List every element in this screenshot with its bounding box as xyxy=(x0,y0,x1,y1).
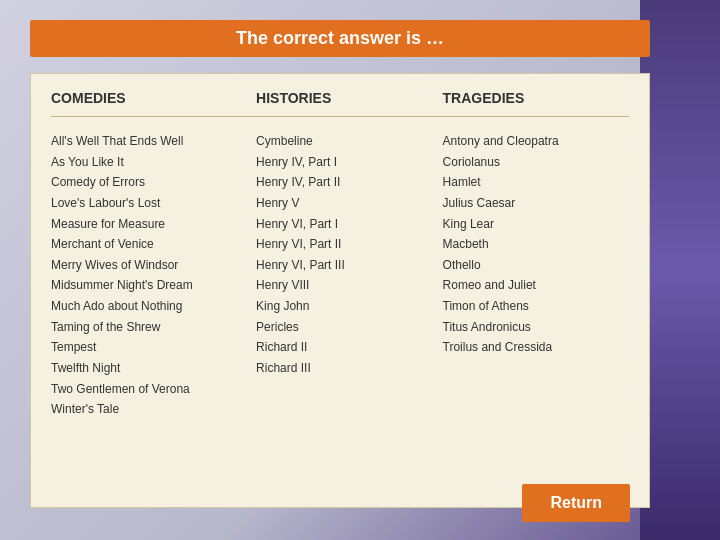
header-bar: The correct answer is … xyxy=(30,20,650,57)
list-item: Midsummer Night's Dream xyxy=(51,275,256,296)
list-item: Much Ado about Nothing xyxy=(51,296,256,317)
list-item: Othello xyxy=(443,255,629,276)
list-item: Henry V xyxy=(256,193,442,214)
list-item: Henry VIII xyxy=(256,275,442,296)
comedies-header: COMEDIES xyxy=(51,90,256,106)
list-item: King Lear xyxy=(443,214,629,235)
list-item: Tempest xyxy=(51,337,256,358)
list-item: Henry IV, Part I xyxy=(256,152,442,173)
list-item: Henry VI, Part III xyxy=(256,255,442,276)
list-item: Antony and Cleopatra xyxy=(443,131,629,152)
list-item: Coriolanus xyxy=(443,152,629,173)
tragedies-list: Antony and CleopatraCoriolanusHamletJuli… xyxy=(443,131,629,420)
list-item: Richard III xyxy=(256,358,442,379)
list-item: King John xyxy=(256,296,442,317)
list-item: Cymbeline xyxy=(256,131,442,152)
comedies-list: All's Well That Ends WellAs You Like ItC… xyxy=(51,131,256,420)
list-item: Measure for Measure xyxy=(51,214,256,235)
main-container: The correct answer is … COMEDIES HISTORI… xyxy=(30,20,650,520)
list-item: Comedy of Errors xyxy=(51,172,256,193)
list-item: Winter's Tale xyxy=(51,399,256,420)
list-item: Troilus and Cressida xyxy=(443,337,629,358)
columns-body: All's Well That Ends WellAs You Like ItC… xyxy=(51,131,629,420)
list-item: Romeo and Juliet xyxy=(443,275,629,296)
list-item: Titus Andronicus xyxy=(443,317,629,338)
columns-header: COMEDIES HISTORIES TRAGEDIES xyxy=(51,90,629,117)
return-button[interactable]: Return xyxy=(522,484,630,522)
list-item: Henry VI, Part II xyxy=(256,234,442,255)
list-item: As You Like It xyxy=(51,152,256,173)
content-box: COMEDIES HISTORIES TRAGEDIES All's Well … xyxy=(30,73,650,508)
list-item: All's Well That Ends Well xyxy=(51,131,256,152)
list-item: Love's Labour's Lost xyxy=(51,193,256,214)
list-item: Henry VI, Part I xyxy=(256,214,442,235)
histories-list: CymbelineHenry IV, Part IHenry IV, Part … xyxy=(256,131,442,420)
list-item: Macbeth xyxy=(443,234,629,255)
list-item: Timon of Athens xyxy=(443,296,629,317)
list-item: Taming of the Shrew xyxy=(51,317,256,338)
list-item: Julius Caesar xyxy=(443,193,629,214)
right-panel xyxy=(640,0,720,540)
list-item: Two Gentlemen of Verona xyxy=(51,379,256,400)
list-item: Merchant of Venice xyxy=(51,234,256,255)
list-item: Henry IV, Part II xyxy=(256,172,442,193)
tragedies-header: TRAGEDIES xyxy=(443,90,629,106)
list-item: Richard II xyxy=(256,337,442,358)
histories-header: HISTORIES xyxy=(256,90,442,106)
list-item: Twelfth Night xyxy=(51,358,256,379)
header-title: The correct answer is … xyxy=(236,28,444,48)
list-item: Hamlet xyxy=(443,172,629,193)
list-item: Merry Wives of Windsor xyxy=(51,255,256,276)
list-item: Pericles xyxy=(256,317,442,338)
